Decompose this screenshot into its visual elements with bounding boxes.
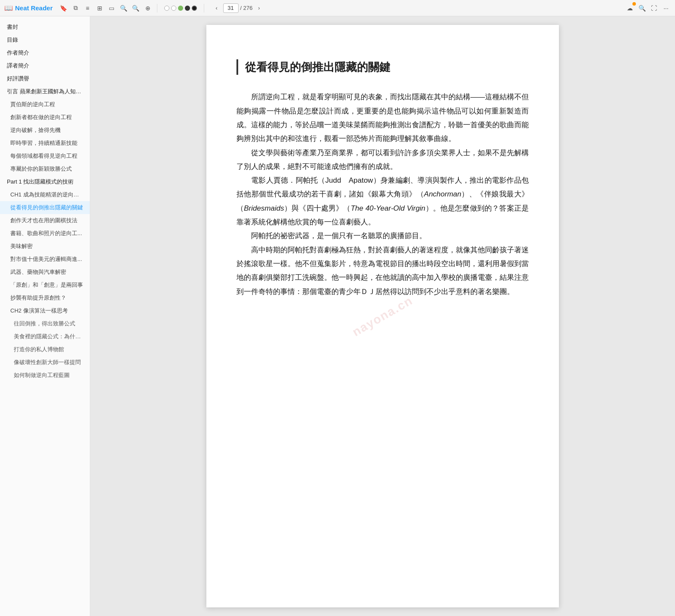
sidebar-item-17[interactable]: 美味解密 — [0, 240, 90, 253]
main-layout: 書封目錄作者簡介譯者簡介好評讚譽引言 蘋果創新王國鮮為人知的秘史賈伯斯的逆向工程… — [0, 16, 675, 616]
app-brand: 📖 Neat Reader — [4, 4, 53, 12]
paragraph-3: 電影人賈德．阿帕托（Judd Apatow）身兼編劇、導演與製作人，推出的電影作… — [236, 174, 529, 229]
sidebar-item-22[interactable]: CH2 像演算法一樣思考 — [0, 304, 90, 317]
paragraph-5: 高中時期的阿帕托對喜劇極為狂熱，對於喜劇藝人的著迷程度，就像其他同齡孩子著迷於搖… — [236, 243, 529, 299]
next-page-button[interactable]: › — [254, 3, 264, 13]
more-options-icon[interactable]: ··· — [661, 3, 671, 13]
sidebar-item-14[interactable]: 從看得見的倒推出隱藏的關鍵 — [0, 201, 90, 214]
sidebar-item-0[interactable]: 書封 — [0, 21, 90, 34]
brand-icon: 📖 — [4, 4, 13, 12]
paragraph-4: 阿帕托的祕密武器，是一個只有一名聽眾的廣播節目。 — [236, 229, 529, 243]
zoom-in-icon[interactable]: 🔍 — [131, 3, 141, 13]
prev-page-button[interactable]: ‹ — [212, 3, 221, 13]
toolbar-right: ☁ 🔍 ⛶ ··· — [625, 3, 671, 13]
watermark: nayona.cn — [350, 294, 415, 339]
sidebar-item-7[interactable]: 創新者都在做的逆向工程 — [0, 111, 90, 124]
sidebar-item-6[interactable]: 賈伯斯的逆向工程 — [0, 98, 90, 111]
paragraph-2: 從文學與藝術等產業乃至商業界，都可以看到許許多多頂尖業界人士，如果不是先解構了別… — [236, 146, 529, 174]
sidebar-item-1[interactable]: 目錄 — [0, 34, 90, 46]
sidebar-item-25[interactable]: 打造你的私人博物館 — [0, 343, 90, 356]
sidebar-item-3[interactable]: 譯者簡介 — [0, 59, 90, 72]
sidebar-item-20[interactable]: 「原創」和「創意」是兩回事 — [0, 279, 90, 291]
book-page: nayona.cn 從看得見的倒推出隱藏的關鍵 所謂逆向工程，就是看穿明顯可見的… — [206, 25, 559, 607]
sidebar-item-12[interactable]: Part 1 找出隱藏模式的技術 — [0, 175, 90, 188]
separator-1 — [157, 4, 157, 12]
sidebar-item-16[interactable]: 書籍、歌曲和照片的逆向工... — [0, 227, 90, 240]
chapter-title-bar: 從看得見的倒推出隱藏的關鍵 — [236, 59, 529, 75]
sidebar-item-11[interactable]: 專屬於你的新穎致勝公式 — [0, 162, 90, 175]
page-body: 所謂逆向工程，就是看穿明顯可見的表象，而找出隱藏在其中的結構——這種結構不但能夠… — [236, 90, 529, 298]
sidebar-item-10[interactable]: 每個領域都看得見逆向工程 — [0, 150, 90, 162]
cloud-badge — [632, 2, 636, 6]
fullscreen-icon[interactable]: ⛶ — [649, 3, 659, 13]
sidebar-item-5[interactable]: 引言 蘋果創新王國鮮為人知的秘史 — [0, 85, 90, 98]
sidebar-item-23[interactable]: 往回倒推，得出致勝公式 — [0, 317, 90, 330]
app-title: Neat Reader — [15, 4, 53, 12]
sidebar-item-2[interactable]: 作者簡介 — [0, 46, 90, 59]
page-number-input[interactable]: 31 — [223, 3, 239, 13]
content-area: nayona.cn 從看得見的倒推出隱藏的關鍵 所謂逆向工程，就是看穿明顯可見的… — [90, 16, 675, 616]
sidebar-item-8[interactable]: 逆向破解，搶得先機 — [0, 124, 90, 137]
sidebar-item-18[interactable]: 對市值十億美元的邏輯商進... — [0, 253, 90, 266]
color-dot-green[interactable] — [178, 6, 183, 11]
page-navigation: ‹ 31 / 276 › — [212, 3, 264, 13]
sidebar-item-21[interactable]: 抄襲有助提升原創性？ — [0, 291, 90, 304]
bookmark-icon[interactable]: 🔖 — [59, 3, 68, 13]
menu-icon[interactable]: ≡ — [83, 3, 92, 13]
color-dot-black[interactable] — [192, 6, 197, 11]
color-dot-white-1[interactable] — [164, 6, 169, 11]
search-right-icon[interactable]: 🔍 — [637, 3, 647, 13]
separator-2 — [204, 4, 204, 12]
toolbar: 📖 Neat Reader 🔖 ⧉ ≡ ⊞ ▭ 🔍 🔍 ⊕ ‹ 31 / 276… — [0, 0, 675, 16]
layout-icon[interactable]: ▭ — [107, 3, 117, 13]
color-picker — [164, 6, 197, 11]
paragraph-1: 所謂逆向工程，就是看穿明顯可見的表象，而找出隱藏在其中的結構——這種結構不但能夠… — [236, 90, 529, 146]
cloud-icon[interactable]: ☁ — [625, 3, 635, 13]
sidebar-item-19[interactable]: 武器、藥物與汽車解密 — [0, 266, 90, 279]
color-dot-white-2[interactable] — [171, 6, 176, 11]
sidebar-item-24[interactable]: 美食裡的隱藏公式：為什麼... — [0, 330, 90, 343]
add-icon[interactable]: ⊕ — [143, 3, 153, 13]
grid-icon[interactable]: ⊞ — [95, 3, 104, 13]
sidebar: 書封目錄作者簡介譯者簡介好評讚譽引言 蘋果創新王國鮮為人知的秘史賈伯斯的逆向工程… — [0, 16, 90, 616]
chapter-title: 從看得見的倒推出隱藏的關鍵 — [245, 59, 529, 75]
sidebar-item-15[interactable]: 創作天才也在用的圍棋技法 — [0, 214, 90, 227]
page-total: / 276 — [240, 5, 253, 11]
sidebar-item-27[interactable]: 如何制做逆向工程藍圖 — [0, 369, 90, 382]
copy-icon[interactable]: ⧉ — [71, 3, 80, 13]
sidebar-item-9[interactable]: 即時學習，持續精通新技能 — [0, 137, 90, 150]
color-dot-dark[interactable] — [185, 6, 190, 11]
sidebar-item-26[interactable]: 像破壞性創新大師一樣提問 — [0, 356, 90, 369]
sidebar-item-4[interactable]: 好評讚譽 — [0, 72, 90, 85]
zoom-out-icon[interactable]: 🔍 — [119, 3, 129, 13]
sidebar-item-13[interactable]: CH1 成為技能精湛的逆向偵探 — [0, 188, 90, 201]
